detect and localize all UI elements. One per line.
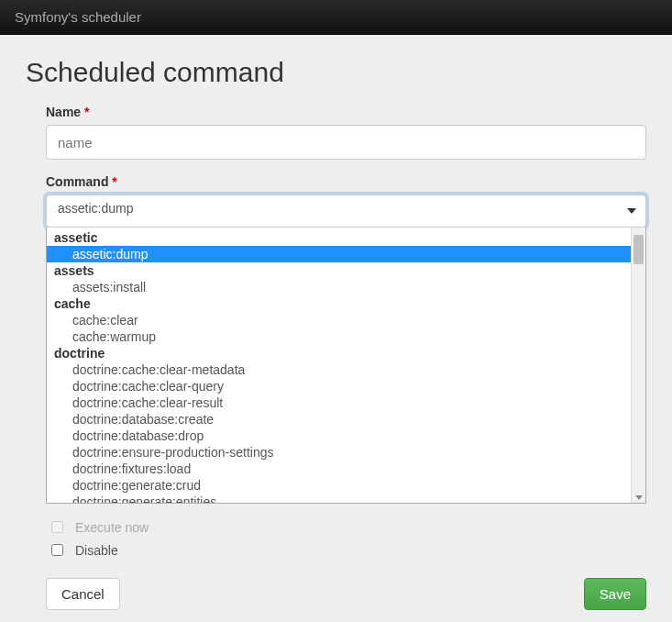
disable-checkbox[interactable] [51, 544, 63, 556]
form-footer: Cancel Save [46, 561, 646, 610]
optgroup-label: doctrine [47, 345, 631, 361]
chevron-down-icon [635, 495, 643, 500]
command-dropdown: asseticassetic:dumpassetsassets:installc… [46, 228, 646, 504]
name-input[interactable] [46, 125, 646, 160]
navbar: Symfony's scheduler [0, 0, 672, 35]
form: Name * Command * assetic:dump asseticass… [26, 105, 646, 610]
command-option[interactable]: cache:clear [47, 312, 631, 328]
dropdown-scrollbar[interactable] [631, 228, 645, 503]
command-select-value: assetic:dump [58, 201, 133, 216]
command-option[interactable]: doctrine:generate:entities [47, 494, 631, 503]
page-title: Scheduled command [26, 57, 646, 88]
command-option[interactable]: doctrine:cache:clear-result [47, 394, 631, 411]
execute-now-label: Execute now [75, 520, 149, 535]
command-option[interactable]: doctrine:cache:clear-metadata [47, 361, 631, 378]
name-label: Name * [46, 105, 646, 119]
name-group: Name * [46, 105, 646, 160]
command-select[interactable]: assetic:dump [46, 194, 646, 228]
command-option[interactable]: assets:install [47, 279, 631, 295]
required-asterisk: * [112, 174, 116, 189]
command-dropdown-list[interactable]: asseticassetic:dumpassetsassets:installc… [47, 228, 631, 503]
navbar-brand[interactable]: Symfony's scheduler [15, 9, 141, 25]
optgroup-label: assetic [47, 229, 631, 246]
chevron-down-icon [627, 208, 636, 214]
optgroup-label: assets [47, 262, 631, 279]
disable-row: Disable [46, 539, 646, 561]
scrollbar-down-arrow[interactable] [632, 492, 645, 503]
command-option[interactable]: doctrine:generate:crud [47, 477, 631, 494]
optgroup-label: cache [47, 295, 631, 312]
required-asterisk: * [84, 105, 89, 119]
command-option[interactable]: doctrine:fixtures:load [47, 461, 631, 477]
command-option[interactable]: doctrine:cache:clear-query [47, 378, 631, 394]
command-option[interactable]: doctrine:ensure-production-settings [47, 444, 631, 461]
execute-now-checkbox[interactable] [51, 521, 63, 533]
name-label-text: Name [46, 105, 81, 119]
command-option[interactable]: doctrine:database:drop [47, 428, 631, 444]
cancel-button[interactable]: Cancel [46, 578, 120, 610]
command-label: Command * [46, 174, 646, 189]
command-option[interactable]: assetic:dump [47, 246, 631, 262]
command-option[interactable]: doctrine:database:create [47, 411, 631, 428]
page: Scheduled command Name * Command * asset… [0, 35, 672, 622]
scrollbar-thumb[interactable] [633, 235, 644, 264]
command-group: Command * assetic:dump asseticassetic:du… [46, 174, 646, 228]
disable-label: Disable [75, 543, 118, 558]
command-option[interactable]: cache:warmup [47, 328, 631, 345]
execute-now-row: Execute now [46, 516, 646, 539]
save-button[interactable]: Save [584, 578, 646, 610]
command-select-wrap: assetic:dump asseticassetic:dumpassetsas… [46, 194, 646, 228]
command-label-text: Command [46, 174, 108, 189]
